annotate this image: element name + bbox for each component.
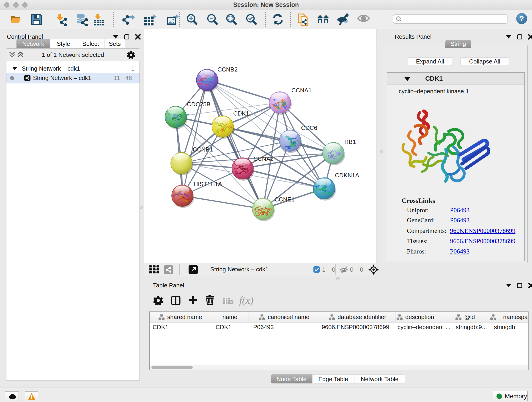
svg-text:HIST1H1A: HIST1H1A: [194, 181, 222, 187]
svg-text:CDC25B: CDC25B: [187, 101, 210, 108]
svg-text:CDKN1A: CDKN1A: [335, 172, 359, 179]
svg-text:CCNE1: CCNE1: [274, 196, 295, 203]
svg-text:CDC6: CDC6: [301, 124, 317, 131]
svg-text:CCNB1: CCNB1: [193, 146, 213, 153]
svg-text:RB1: RB1: [344, 138, 356, 145]
svg-text:CCNA2: CCNA2: [253, 155, 273, 162]
svg-text:CCNA1: CCNA1: [291, 87, 312, 94]
svg-text:CCNB2: CCNB2: [217, 66, 238, 73]
svg-text:CDK1: CDK1: [233, 110, 249, 117]
